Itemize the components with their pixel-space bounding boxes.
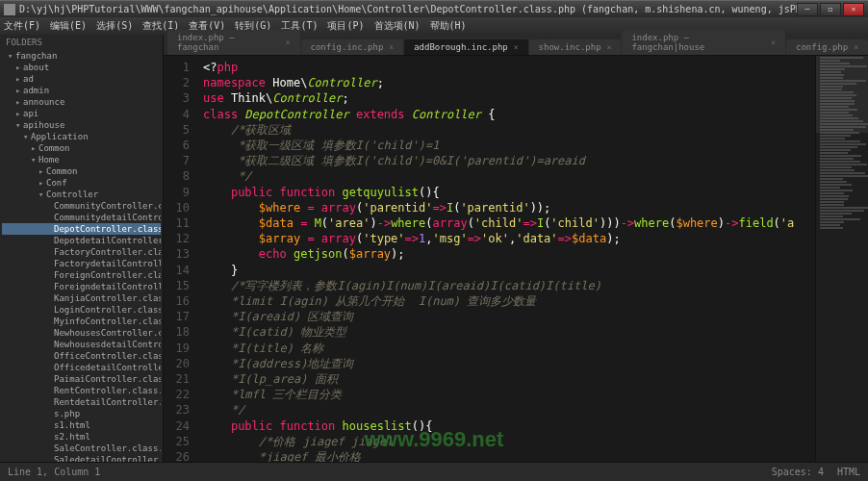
tree-item-label: RentController.class.php bbox=[54, 386, 161, 395]
tree-item[interactable]: ▾Home bbox=[2, 154, 161, 165]
tree-item[interactable]: s2.html bbox=[2, 431, 161, 443]
editor-tab[interactable]: config.inc.php× bbox=[301, 39, 404, 55]
tree-arrow-icon: ▾ bbox=[31, 155, 38, 165]
tree-item-label: Application bbox=[31, 132, 89, 141]
tree-item-label: FactoryController.class.php bbox=[54, 247, 161, 257]
tree-item[interactable]: ▸ad bbox=[2, 73, 161, 85]
tree-item-label: SaleController.class.php bbox=[54, 443, 161, 453]
tree-item[interactable]: s.php bbox=[2, 408, 161, 419]
tree-item-label: fangchan bbox=[15, 51, 57, 61]
tree-arrow-icon: ▾ bbox=[15, 120, 23, 130]
tree-arrow-icon: ▸ bbox=[15, 97, 23, 107]
tree-item-label: LoginController.class.php bbox=[54, 305, 161, 315]
tree-arrow-icon: ▸ bbox=[15, 63, 23, 72]
tree-item-label: announce bbox=[23, 97, 64, 107]
tree-arrow-icon: ▸ bbox=[15, 74, 23, 84]
tree-item[interactable]: FactorydetailController.class.php bbox=[2, 258, 161, 269]
editor-tab[interactable]: addBorough.inc.php× bbox=[404, 39, 527, 55]
editor-tab[interactable]: index.php — fangchan× bbox=[167, 30, 300, 55]
tree-item-label: about bbox=[23, 63, 49, 72]
maximize-button[interactable]: ◻ bbox=[820, 3, 841, 16]
close-button[interactable]: ✕ bbox=[843, 3, 864, 16]
tree-item-label: s1.html bbox=[54, 420, 90, 430]
tree-item[interactable]: ▸Common bbox=[2, 142, 161, 154]
tree-item[interactable]: ▾fangchan bbox=[2, 50, 161, 62]
tree-item[interactable]: ▾Application bbox=[2, 131, 161, 142]
tab-label: config.php bbox=[796, 42, 848, 52]
tree-item[interactable]: ▸Conf bbox=[2, 177, 161, 189]
app-icon bbox=[4, 4, 15, 15]
tab-close-icon[interactable]: × bbox=[514, 43, 519, 52]
tree-item-label: apihouse bbox=[23, 120, 64, 130]
menu-item[interactable]: 选择(S) bbox=[96, 19, 133, 33]
tree-item[interactable]: NewhousesdetailController.class.php bbox=[2, 339, 161, 350]
tree-item[interactable]: ▾Controller bbox=[2, 189, 161, 200]
sidebar: FOLDERS ▾fangchan▸about▸ad▸admin▸announc… bbox=[0, 35, 164, 462]
minimap-viewport[interactable] bbox=[816, 56, 868, 133]
tree-item[interactable]: MyinfoController.class.php bbox=[2, 316, 161, 327]
tree-arrow-icon: ▸ bbox=[38, 166, 46, 176]
tree-item[interactable]: DepotdetailController.class.php bbox=[2, 235, 161, 246]
tree-item[interactable]: s1.html bbox=[2, 419, 161, 431]
editor-tab[interactable]: config.php× bbox=[786, 39, 868, 55]
tab-label: show.inc.php bbox=[539, 42, 601, 52]
tree-item[interactable]: ▸about bbox=[2, 62, 161, 73]
tree-item-label: DepotController.class.php bbox=[54, 224, 161, 234]
tree-item[interactable]: ForeignController.class.php bbox=[2, 269, 161, 281]
editor-tab[interactable]: show.inc.php× bbox=[529, 39, 622, 55]
tree-item-label: NewhousesdetailController.class.php bbox=[54, 340, 161, 349]
folder-tree: ▾fangchan▸about▸ad▸admin▸announce▸api▾ap… bbox=[0, 50, 163, 462]
window-titlebar: D:\yj\hj\PHPTutorial\WWW\fangchan_apihou… bbox=[0, 0, 868, 17]
status-cursor[interactable]: Line 1, Column 1 bbox=[8, 467, 100, 477]
tree-item[interactable]: ▸api bbox=[2, 108, 161, 119]
tree-item-label: s2.html bbox=[54, 432, 90, 442]
tree-item[interactable]: LoginController.class.php bbox=[2, 304, 161, 316]
tree-item[interactable]: RentdetailController.class.php bbox=[2, 396, 161, 408]
tree-item-label: Common bbox=[46, 166, 78, 176]
tree-item[interactable]: ▸announce bbox=[2, 96, 161, 108]
menu-item[interactable]: 首选项(N) bbox=[374, 19, 421, 33]
status-language[interactable]: HTML bbox=[837, 467, 860, 477]
menu-item[interactable]: 帮助(H) bbox=[430, 19, 467, 33]
tree-item-label: api bbox=[23, 109, 38, 118]
tree-item[interactable]: OfficeController.class.php bbox=[2, 350, 161, 362]
tree-arrow-icon: ▸ bbox=[15, 86, 23, 95]
tab-close-icon[interactable]: × bbox=[771, 38, 776, 47]
status-spaces[interactable]: Spaces: 4 bbox=[772, 467, 824, 477]
tree-item[interactable]: ▾apihouse bbox=[2, 119, 161, 131]
menu-item[interactable]: 项目(P) bbox=[327, 19, 364, 33]
tree-item[interactable]: SaleController.class.php bbox=[2, 443, 161, 454]
tab-close-icon[interactable]: × bbox=[854, 43, 858, 52]
tree-item-label: ForeigndetailController.class.php bbox=[54, 282, 161, 291]
tree-item[interactable]: OfficedetailController.class.php bbox=[2, 362, 161, 373]
minimize-button[interactable]: ─ bbox=[797, 3, 818, 16]
tree-item-label: SaledetailController.class.php bbox=[54, 455, 161, 462]
tree-item-label: Controller bbox=[46, 190, 98, 199]
menu-item[interactable]: 编辑(E) bbox=[50, 19, 87, 33]
tree-item[interactable]: FactoryController.class.php bbox=[2, 246, 161, 258]
tree-item[interactable]: ForeigndetailController.class.php bbox=[2, 281, 161, 292]
sidebar-header: FOLDERS bbox=[0, 35, 163, 50]
menu-item[interactable]: 文件(F) bbox=[4, 19, 40, 33]
tab-close-icon[interactable]: × bbox=[286, 38, 291, 47]
code-area[interactable]: <?phpnamespace Home\Controller;use Think… bbox=[197, 56, 815, 462]
tree-item[interactable]: NewhousesController.class.php bbox=[2, 327, 161, 339]
tab-close-icon[interactable]: × bbox=[389, 43, 394, 52]
tree-item[interactable]: KanjiaController.class.php bbox=[2, 292, 161, 304]
tree-item[interactable]: ▸admin bbox=[2, 85, 161, 96]
tree-item-label: Common bbox=[38, 143, 70, 153]
minimap[interactable] bbox=[815, 56, 868, 462]
editor-tab[interactable]: index.php — fangchan|house× bbox=[622, 30, 785, 55]
tree-item-label: OfficedetailController.class.php bbox=[54, 363, 161, 372]
tree-item[interactable]: ▸Common bbox=[2, 165, 161, 177]
tree-item[interactable]: RentController.class.php bbox=[2, 385, 161, 396]
tree-item[interactable]: CommunityController.class.php bbox=[2, 200, 161, 212]
tab-close-icon[interactable]: × bbox=[607, 43, 612, 52]
tab-label: index.php — fangchan bbox=[177, 33, 280, 52]
tree-item[interactable]: PaimaiController.class.php bbox=[2, 373, 161, 385]
tree-item[interactable]: DepotController.class.php bbox=[2, 223, 161, 235]
tree-item-label: CommunitydetailController.class.php bbox=[54, 213, 161, 222]
tree-item-label: KanjiaController.class.php bbox=[54, 293, 161, 303]
tree-item[interactable]: SaledetailController.class.php bbox=[2, 454, 161, 462]
tree-item[interactable]: CommunitydetailController.class.php bbox=[2, 212, 161, 223]
